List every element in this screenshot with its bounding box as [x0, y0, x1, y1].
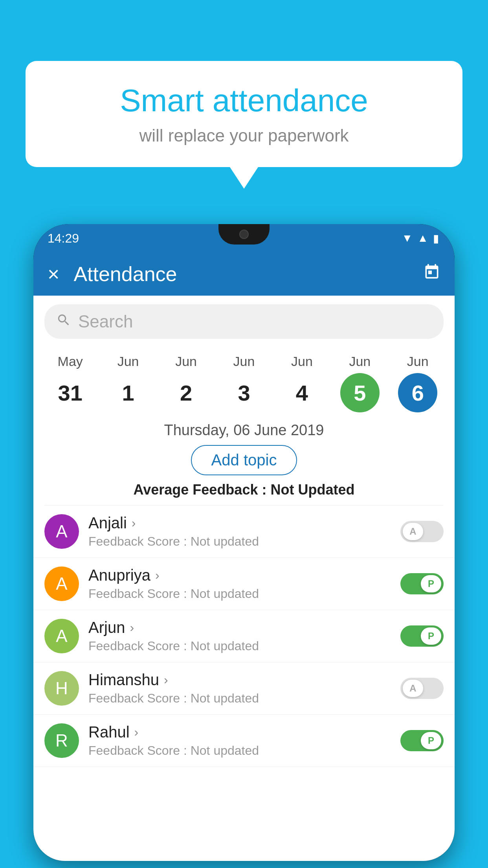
student-feedback: Feedback Score : Not updated [88, 534, 400, 549]
search-bar[interactable]: Search [44, 304, 444, 339]
toggle-knob: P [421, 627, 441, 645]
calendar-day[interactable]: Jun4 [278, 354, 325, 412]
chevron-icon: › [130, 620, 134, 635]
toggle-knob: A [403, 523, 423, 540]
cal-date-number: 3 [224, 373, 264, 412]
student-name: Himanshu › [88, 671, 400, 689]
student-avatar: H [44, 671, 79, 706]
toggle-knob: P [421, 732, 441, 749]
phone-container: 14:29 ▼ ▲ ▮ × Attendance [33, 224, 455, 868]
student-info: Rahul ›Feedback Score : Not updated [88, 723, 400, 758]
toggle-knob: A [403, 680, 423, 697]
speech-bubble: Smart attendance will replace your paper… [26, 61, 462, 167]
student-item[interactable]: AAnupriya ›Feedback Score : Not updatedP [33, 558, 455, 610]
student-info: Himanshu ›Feedback Score : Not updated [88, 671, 400, 706]
search-placeholder: Search [78, 312, 133, 331]
calendar-day[interactable]: Jun6 [394, 354, 441, 412]
student-list: AAnjali ›Feedback Score : Not updatedAAA… [33, 506, 455, 767]
signal-icon: ▲ [417, 232, 428, 245]
calendar-day[interactable]: Jun1 [105, 354, 152, 412]
student-item[interactable]: AArjun ›Feedback Score : Not updatedP [33, 610, 455, 662]
cal-date-number: 6 [398, 373, 437, 412]
front-camera [239, 230, 249, 239]
student-item[interactable]: AAnjali ›Feedback Score : Not updatedA [33, 506, 455, 558]
avg-feedback-label: Average Feedback : [134, 482, 271, 498]
screen-content: Search May31Jun1Jun2Jun3Jun4Jun5Jun6 Thu… [33, 296, 455, 861]
speech-bubble-tail [230, 167, 258, 189]
cal-month-label: Jun [291, 354, 313, 369]
close-button[interactable]: × [48, 262, 59, 286]
student-info: Arjun ›Feedback Score : Not updated [88, 619, 400, 653]
add-topic-button[interactable]: Add topic [191, 445, 297, 475]
phone-frame: 14:29 ▼ ▲ ▮ × Attendance [33, 224, 455, 861]
student-info: Anjali ›Feedback Score : Not updated [88, 514, 400, 549]
cal-month-label: Jun [349, 354, 371, 369]
calendar-day[interactable]: Jun5 [336, 354, 383, 412]
app-bar: × Attendance [33, 252, 455, 296]
chevron-icon: › [134, 725, 139, 739]
status-time: 14:29 [48, 231, 79, 246]
phone-notch [218, 224, 270, 245]
selected-date: Thursday, 06 June 2019 [33, 422, 455, 439]
chevron-icon: › [155, 568, 160, 583]
calendar-icon[interactable] [423, 263, 440, 285]
student-info: Anupriya ›Feedback Score : Not updated [88, 566, 400, 601]
wifi-icon: ▼ [402, 232, 413, 245]
speech-bubble-container: Smart attendance will replace your paper… [26, 61, 462, 189]
toggle-knob: P [421, 575, 441, 592]
student-name: Rahul › [88, 723, 400, 741]
calendar-row: May31Jun1Jun2Jun3Jun4Jun5Jun6 [33, 348, 455, 415]
bubble-subtitle: will replace your paperwork [49, 126, 439, 145]
student-feedback: Feedback Score : Not updated [88, 587, 400, 601]
cal-month-label: May [58, 354, 83, 369]
app-bar-title: Attendance [73, 262, 423, 286]
cal-month-label: Jun [117, 354, 139, 369]
chevron-icon: › [164, 673, 168, 687]
student-name: Arjun › [88, 619, 400, 636]
cal-date-number: 1 [108, 373, 148, 412]
battery-icon: ▮ [433, 232, 439, 245]
attendance-toggle[interactable]: P [400, 573, 444, 594]
calendar-day[interactable]: Jun2 [163, 354, 210, 412]
cal-month-label: Jun [407, 354, 429, 369]
calendar-day[interactable]: May31 [47, 354, 94, 412]
student-avatar: A [44, 514, 79, 549]
calendar-day[interactable]: Jun3 [220, 354, 268, 412]
cal-month-label: Jun [233, 354, 255, 369]
search-icon [56, 313, 71, 331]
student-feedback: Feedback Score : Not updated [88, 639, 400, 653]
student-item[interactable]: RRahul ›Feedback Score : Not updatedP [33, 715, 455, 767]
student-feedback: Feedback Score : Not updated [88, 743, 400, 758]
cal-date-number: 5 [340, 373, 380, 412]
cal-date-number: 4 [282, 373, 321, 412]
attendance-toggle[interactable]: P [400, 625, 444, 647]
attendance-toggle[interactable]: A [400, 678, 444, 699]
student-avatar: A [44, 619, 79, 653]
student-item[interactable]: HHimanshu ›Feedback Score : Not updatedA [33, 662, 455, 715]
student-name: Anjali › [88, 514, 400, 532]
chevron-icon: › [132, 516, 136, 530]
avg-feedback-value: Not Updated [270, 482, 354, 498]
student-name: Anupriya › [88, 566, 400, 584]
cal-date-number: 31 [51, 373, 90, 412]
attendance-toggle[interactable]: A [400, 521, 444, 542]
attendance-toggle[interactable]: P [400, 730, 444, 751]
status-icons: ▼ ▲ ▮ [402, 232, 439, 245]
student-feedback: Feedback Score : Not updated [88, 691, 400, 706]
cal-date-number: 2 [167, 373, 206, 412]
average-feedback: Average Feedback : Not Updated [33, 482, 455, 498]
student-avatar: R [44, 723, 79, 758]
student-avatar: A [44, 566, 79, 601]
bubble-title: Smart attendance [49, 83, 439, 119]
cal-month-label: Jun [175, 354, 197, 369]
